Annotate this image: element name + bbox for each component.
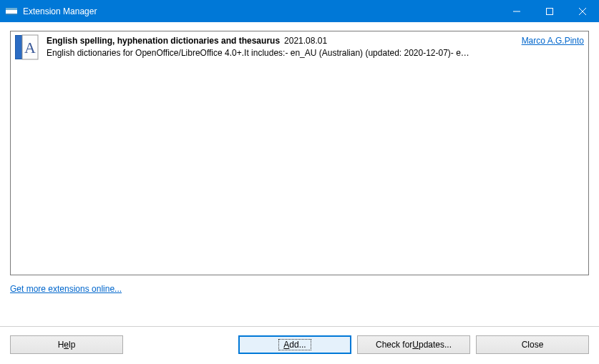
svg-rect-4 — [547, 8, 553, 14]
dictionary-icon: A — [14, 34, 39, 60]
extension-author-link[interactable]: Marco A.G.Pinto — [522, 36, 584, 46]
extension-info: English spelling, hyphenation dictionari… — [47, 34, 584, 58]
button-row: Help Add... Check for Updates... Close — [0, 326, 599, 364]
titlebar: Extension Manager — [0, 0, 599, 22]
add-button[interactable]: Add... — [238, 335, 351, 354]
window-controls — [500, 0, 599, 22]
maximize-button[interactable] — [533, 0, 566, 22]
help-button[interactable]: Help — [10, 335, 123, 354]
app-icon — [6, 6, 17, 17]
window-title: Extension Manager — [23, 6, 500, 16]
close-dialog-button[interactable]: Close — [476, 335, 589, 354]
close-button[interactable] — [566, 0, 599, 22]
extension-row[interactable]: A English spelling, hyphenation dictiona… — [11, 31, 588, 63]
minimize-button[interactable] — [500, 0, 533, 22]
svg-rect-1 — [6, 8, 17, 10]
svg-rect-2 — [6, 14, 17, 15]
svg-rect-8 — [16, 36, 21, 59]
extension-name: English spelling, hyphenation dictionari… — [47, 36, 280, 46]
extension-list[interactable]: A English spelling, hyphenation dictiona… — [10, 31, 589, 275]
check-updates-button[interactable]: Check for Updates... — [357, 335, 470, 354]
get-more-extensions-link[interactable]: Get more extensions online... — [10, 284, 122, 294]
link-row: Get more extensions online... — [10, 275, 589, 301]
extension-version: 2021.08.01 — [284, 36, 327, 46]
extension-description: English dictionaries for OpenOffice/Libr… — [47, 48, 584, 58]
content-area: A English spelling, hyphenation dictiona… — [0, 22, 599, 326]
extension-header: English spelling, hyphenation dictionari… — [47, 36, 584, 46]
svg-text:A: A — [24, 39, 36, 56]
